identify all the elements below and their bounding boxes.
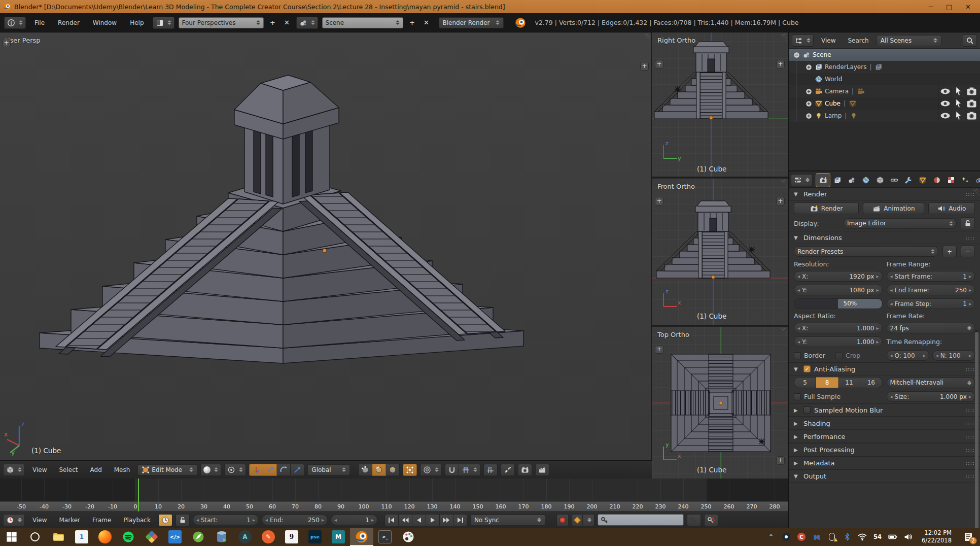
- outliner-menu-view[interactable]: View: [817, 35, 840, 46]
- panel-render-header[interactable]: ▼Render::::: [789, 188, 980, 201]
- tray-bluetooth-icon[interactable]: [843, 532, 852, 541]
- display-lock-button[interactable]: [961, 217, 975, 229]
- snap-peel-button[interactable]: [483, 464, 498, 476]
- properties-tab-physics[interactable]: [972, 174, 980, 187]
- outliner-item-cube[interactable]: Cube|: [789, 97, 980, 110]
- timeline-menu-marker[interactable]: Marker: [54, 515, 84, 526]
- start-field[interactable]: ◂Start:1▸: [193, 515, 259, 525]
- panel-post-processing-header[interactable]: ▶Post Processing::::: [789, 443, 980, 456]
- menu-help[interactable]: Help: [125, 17, 148, 28]
- delete-screen-layout-button[interactable]: ✕: [282, 17, 292, 28]
- edge-select-button[interactable]: [372, 464, 386, 476]
- visibility-toggle-icon[interactable]: [938, 85, 952, 97]
- occlude-geometry-button[interactable]: [403, 464, 417, 476]
- auto-keyframe-button[interactable]: [556, 514, 569, 526]
- animation-button[interactable]: Animation: [863, 202, 924, 214]
- panel-grip[interactable]: ::::: [965, 420, 975, 427]
- fast-forward-button[interactable]: [440, 514, 453, 526]
- sync-mode-selector[interactable]: No Sync: [470, 515, 545, 526]
- menu-window[interactable]: Window: [88, 17, 121, 28]
- renderability-toggle-icon[interactable]: [965, 97, 978, 110]
- taskbar-database-tool-icon[interactable]: [210, 528, 233, 546]
- panel-performance-header[interactable]: ▶Performance::::: [789, 430, 980, 443]
- render-presets-selector[interactable]: Render Presets: [794, 246, 938, 257]
- maximize-button[interactable]: □: [946, 3, 952, 11]
- screen-layout-icon-button[interactable]: [153, 17, 174, 29]
- resolution-x-field[interactable]: ◂X:1920 px▸: [794, 271, 883, 282]
- selectability-toggle-icon[interactable]: [952, 110, 965, 122]
- timeline-track[interactable]: [0, 479, 788, 501]
- editor-type-timeline[interactable]: [3, 514, 25, 526]
- properties-tab-constraints[interactable]: [887, 174, 901, 187]
- tray-mouse-warning-icon[interactable]: ▲: [827, 532, 836, 541]
- aa-samples-5-button[interactable]: 5: [794, 377, 816, 388]
- scene-selector[interactable]: Scene: [322, 17, 403, 28]
- vertex-select-button[interactable]: [358, 464, 372, 476]
- keying-set-stepper[interactable]: [583, 514, 594, 526]
- tray-ccleaner-icon[interactable]: C: [797, 532, 806, 541]
- taskbar-android-studio-icon[interactable]: A: [233, 528, 257, 546]
- tray-volume-icon[interactable]: [903, 532, 913, 541]
- resolution-y-field[interactable]: ◂Y:1080 px▸: [794, 285, 883, 295]
- properties-tab-scene[interactable]: [845, 174, 858, 187]
- play-reverse-button[interactable]: [412, 514, 426, 526]
- menu-add[interactable]: Add: [86, 464, 107, 475]
- taskbar-sketch-tool-icon[interactable]: ✎: [257, 528, 280, 546]
- timeline-menu-playback[interactable]: Playback: [119, 515, 155, 526]
- visibility-toggle-icon[interactable]: [938, 110, 952, 122]
- expander-plus-icon[interactable]: [805, 112, 813, 120]
- delete-scene-button[interactable]: ✕: [422, 17, 432, 28]
- expand-region-button[interactable]: +: [776, 197, 785, 206]
- timeline-menu-frame[interactable]: Frame: [88, 515, 116, 526]
- rotate-manipulator-button[interactable]: [277, 464, 291, 476]
- insert-keyframe-button[interactable]: [687, 514, 701, 526]
- tray-steam-icon[interactable]: [782, 532, 791, 541]
- panel-grip[interactable]: ::::: [965, 407, 975, 414]
- play-button[interactable]: [426, 514, 440, 526]
- editor-type-outliner[interactable]: [792, 35, 814, 47]
- panel-dimensions-header[interactable]: ▼Dimensions::::: [789, 231, 980, 244]
- start-frame-field[interactable]: ◂Start Frame:1▸: [887, 271, 975, 282]
- expand-region-button[interactable]: +: [655, 197, 663, 206]
- properties-tab-render-layers[interactable]: [830, 174, 844, 187]
- expander-plus-icon[interactable]: [805, 63, 813, 71]
- expander-plus-icon[interactable]: [805, 100, 813, 108]
- menu-render[interactable]: Render: [53, 17, 84, 28]
- expand-region-button[interactable]: +: [776, 60, 785, 69]
- snap-toggle-button[interactable]: [445, 464, 459, 476]
- expander-plus-icon[interactable]: [805, 88, 813, 95]
- taskbar-spotify-icon[interactable]: [117, 528, 140, 546]
- panel-metadata-header[interactable]: ▶Metadata::::: [789, 456, 980, 469]
- viewport-right-ortho[interactable]: z y Right Ortho (1) Cube + +: [652, 32, 788, 178]
- expand-toolshelf-button[interactable]: +: [2, 39, 11, 47]
- expand-region-button[interactable]: +: [655, 345, 663, 354]
- renderability-toggle-icon[interactable]: [965, 110, 978, 122]
- anti-aliasing-checkbox[interactable]: ✓: [803, 365, 811, 372]
- taskbar-maya-icon[interactable]: M: [327, 528, 350, 546]
- mode-selector[interactable]: Edit Mode: [137, 464, 197, 475]
- panel-shading-header[interactable]: ▶Shading::::: [789, 417, 980, 430]
- taskbar-diagram-tool-icon[interactable]: [140, 528, 163, 546]
- aspect-y-field[interactable]: ◂Y:1.000▸: [794, 336, 883, 347]
- frame-step-field[interactable]: ◂Frame Step:1▸: [887, 298, 975, 309]
- outliner-search-button[interactable]: [963, 35, 977, 47]
- active-keying-set-field[interactable]: [598, 514, 684, 526]
- jump-end-button[interactable]: [453, 514, 467, 526]
- properties-tab-world[interactable]: [859, 174, 872, 187]
- outliner-menu-search[interactable]: Search: [843, 35, 873, 46]
- add-screen-layout-button[interactable]: +: [268, 17, 278, 28]
- render-button[interactable]: Render: [794, 202, 859, 214]
- snap-element-selector[interactable]: [459, 464, 480, 476]
- translate-manipulator-button[interactable]: [263, 464, 277, 476]
- viewport-user-persp[interactable]: User Persp (1) Cube z x y + +: [0, 32, 652, 460]
- aa-samples-8-button[interactable]: 8: [816, 377, 838, 388]
- selectability-toggle-icon[interactable]: [952, 85, 965, 97]
- taskbar-vscode-icon[interactable]: </>: [163, 528, 187, 546]
- crop-checkbox[interactable]: [835, 352, 843, 359]
- taskbar-photoshop-elements-icon[interactable]: pse: [303, 528, 327, 546]
- manipulate-center-button[interactable]: [501, 464, 515, 476]
- aa-filter-selector[interactable]: Mitchell-Netravali: [887, 378, 975, 388]
- fps-selector[interactable]: 24 fps: [887, 323, 975, 333]
- selectability-toggle-icon[interactable]: [952, 97, 965, 110]
- blender-splash-icon[interactable]: [515, 17, 526, 28]
